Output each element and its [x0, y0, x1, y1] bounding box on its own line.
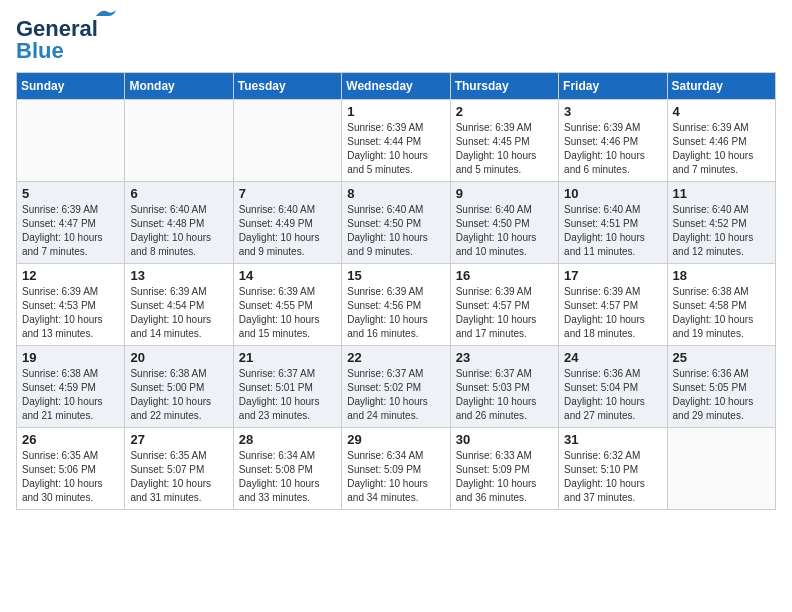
day-info: Sunrise: 6:35 AMSunset: 5:07 PMDaylight:…: [130, 449, 227, 505]
column-header-wednesday: Wednesday: [342, 73, 450, 100]
calendar-cell: 4Sunrise: 6:39 AMSunset: 4:46 PMDaylight…: [667, 100, 775, 182]
calendar-header-row: SundayMondayTuesdayWednesdayThursdayFrid…: [17, 73, 776, 100]
day-info: Sunrise: 6:39 AMSunset: 4:46 PMDaylight:…: [673, 121, 770, 177]
day-number: 24: [564, 350, 661, 365]
day-info: Sunrise: 6:36 AMSunset: 5:04 PMDaylight:…: [564, 367, 661, 423]
logo-bird-icon: [94, 8, 116, 24]
day-info: Sunrise: 6:39 AMSunset: 4:55 PMDaylight:…: [239, 285, 336, 341]
day-info: Sunrise: 6:38 AMSunset: 5:00 PMDaylight:…: [130, 367, 227, 423]
day-number: 15: [347, 268, 444, 283]
day-number: 10: [564, 186, 661, 201]
column-header-monday: Monday: [125, 73, 233, 100]
calendar-cell: 7Sunrise: 6:40 AMSunset: 4:49 PMDaylight…: [233, 182, 341, 264]
day-info: Sunrise: 6:38 AMSunset: 4:59 PMDaylight:…: [22, 367, 119, 423]
day-number: 31: [564, 432, 661, 447]
calendar-cell: 24Sunrise: 6:36 AMSunset: 5:04 PMDayligh…: [559, 346, 667, 428]
day-number: 16: [456, 268, 553, 283]
day-number: 1: [347, 104, 444, 119]
day-number: 22: [347, 350, 444, 365]
page-header: General Blue: [16, 16, 776, 64]
calendar-cell: 30Sunrise: 6:33 AMSunset: 5:09 PMDayligh…: [450, 428, 558, 510]
calendar-cell: 20Sunrise: 6:38 AMSunset: 5:00 PMDayligh…: [125, 346, 233, 428]
day-number: 26: [22, 432, 119, 447]
day-info: Sunrise: 6:34 AMSunset: 5:09 PMDaylight:…: [347, 449, 444, 505]
day-number: 3: [564, 104, 661, 119]
day-info: Sunrise: 6:40 AMSunset: 4:50 PMDaylight:…: [456, 203, 553, 259]
day-info: Sunrise: 6:40 AMSunset: 4:50 PMDaylight:…: [347, 203, 444, 259]
calendar-cell: 5Sunrise: 6:39 AMSunset: 4:47 PMDaylight…: [17, 182, 125, 264]
calendar-table: SundayMondayTuesdayWednesdayThursdayFrid…: [16, 72, 776, 510]
day-info: Sunrise: 6:40 AMSunset: 4:48 PMDaylight:…: [130, 203, 227, 259]
day-info: Sunrise: 6:34 AMSunset: 5:08 PMDaylight:…: [239, 449, 336, 505]
day-number: 4: [673, 104, 770, 119]
day-info: Sunrise: 6:39 AMSunset: 4:45 PMDaylight:…: [456, 121, 553, 177]
column-header-saturday: Saturday: [667, 73, 775, 100]
calendar-cell: 8Sunrise: 6:40 AMSunset: 4:50 PMDaylight…: [342, 182, 450, 264]
day-info: Sunrise: 6:39 AMSunset: 4:57 PMDaylight:…: [456, 285, 553, 341]
day-number: 21: [239, 350, 336, 365]
calendar-week-row: 19Sunrise: 6:38 AMSunset: 4:59 PMDayligh…: [17, 346, 776, 428]
day-info: Sunrise: 6:32 AMSunset: 5:10 PMDaylight:…: [564, 449, 661, 505]
day-number: 28: [239, 432, 336, 447]
day-info: Sunrise: 6:38 AMSunset: 4:58 PMDaylight:…: [673, 285, 770, 341]
day-info: Sunrise: 6:39 AMSunset: 4:57 PMDaylight:…: [564, 285, 661, 341]
column-header-sunday: Sunday: [17, 73, 125, 100]
calendar-cell: 3Sunrise: 6:39 AMSunset: 4:46 PMDaylight…: [559, 100, 667, 182]
calendar-cell: 27Sunrise: 6:35 AMSunset: 5:07 PMDayligh…: [125, 428, 233, 510]
column-header-tuesday: Tuesday: [233, 73, 341, 100]
day-info: Sunrise: 6:36 AMSunset: 5:05 PMDaylight:…: [673, 367, 770, 423]
day-number: 2: [456, 104, 553, 119]
calendar-week-row: 26Sunrise: 6:35 AMSunset: 5:06 PMDayligh…: [17, 428, 776, 510]
calendar-cell: 10Sunrise: 6:40 AMSunset: 4:51 PMDayligh…: [559, 182, 667, 264]
calendar-cell: 18Sunrise: 6:38 AMSunset: 4:58 PMDayligh…: [667, 264, 775, 346]
day-number: 18: [673, 268, 770, 283]
calendar-cell: 19Sunrise: 6:38 AMSunset: 4:59 PMDayligh…: [17, 346, 125, 428]
calendar-cell: [667, 428, 775, 510]
calendar-cell: 16Sunrise: 6:39 AMSunset: 4:57 PMDayligh…: [450, 264, 558, 346]
calendar-cell: [17, 100, 125, 182]
day-info: Sunrise: 6:40 AMSunset: 4:52 PMDaylight:…: [673, 203, 770, 259]
column-header-thursday: Thursday: [450, 73, 558, 100]
day-info: Sunrise: 6:39 AMSunset: 4:53 PMDaylight:…: [22, 285, 119, 341]
day-number: 23: [456, 350, 553, 365]
day-info: Sunrise: 6:37 AMSunset: 5:02 PMDaylight:…: [347, 367, 444, 423]
day-info: Sunrise: 6:39 AMSunset: 4:47 PMDaylight:…: [22, 203, 119, 259]
calendar-cell: 2Sunrise: 6:39 AMSunset: 4:45 PMDaylight…: [450, 100, 558, 182]
day-number: 9: [456, 186, 553, 201]
day-number: 19: [22, 350, 119, 365]
column-header-friday: Friday: [559, 73, 667, 100]
calendar-cell: 29Sunrise: 6:34 AMSunset: 5:09 PMDayligh…: [342, 428, 450, 510]
day-number: 20: [130, 350, 227, 365]
day-number: 17: [564, 268, 661, 283]
logo-general: General: [16, 16, 98, 41]
calendar-cell: 9Sunrise: 6:40 AMSunset: 4:50 PMDaylight…: [450, 182, 558, 264]
logo: General Blue: [16, 16, 98, 64]
calendar-cell: 21Sunrise: 6:37 AMSunset: 5:01 PMDayligh…: [233, 346, 341, 428]
day-number: 6: [130, 186, 227, 201]
calendar-cell: 1Sunrise: 6:39 AMSunset: 4:44 PMDaylight…: [342, 100, 450, 182]
calendar-week-row: 12Sunrise: 6:39 AMSunset: 4:53 PMDayligh…: [17, 264, 776, 346]
day-info: Sunrise: 6:39 AMSunset: 4:46 PMDaylight:…: [564, 121, 661, 177]
calendar-cell: [233, 100, 341, 182]
calendar-cell: 22Sunrise: 6:37 AMSunset: 5:02 PMDayligh…: [342, 346, 450, 428]
day-number: 11: [673, 186, 770, 201]
calendar-cell: 31Sunrise: 6:32 AMSunset: 5:10 PMDayligh…: [559, 428, 667, 510]
calendar-cell: 13Sunrise: 6:39 AMSunset: 4:54 PMDayligh…: [125, 264, 233, 346]
day-number: 7: [239, 186, 336, 201]
calendar-cell: 6Sunrise: 6:40 AMSunset: 4:48 PMDaylight…: [125, 182, 233, 264]
calendar-week-row: 1Sunrise: 6:39 AMSunset: 4:44 PMDaylight…: [17, 100, 776, 182]
calendar-cell: 15Sunrise: 6:39 AMSunset: 4:56 PMDayligh…: [342, 264, 450, 346]
calendar-cell: 23Sunrise: 6:37 AMSunset: 5:03 PMDayligh…: [450, 346, 558, 428]
calendar-cell: 11Sunrise: 6:40 AMSunset: 4:52 PMDayligh…: [667, 182, 775, 264]
day-info: Sunrise: 6:33 AMSunset: 5:09 PMDaylight:…: [456, 449, 553, 505]
day-info: Sunrise: 6:37 AMSunset: 5:01 PMDaylight:…: [239, 367, 336, 423]
day-number: 27: [130, 432, 227, 447]
calendar-cell: 28Sunrise: 6:34 AMSunset: 5:08 PMDayligh…: [233, 428, 341, 510]
calendar-cell: 12Sunrise: 6:39 AMSunset: 4:53 PMDayligh…: [17, 264, 125, 346]
day-number: 30: [456, 432, 553, 447]
day-info: Sunrise: 6:39 AMSunset: 4:54 PMDaylight:…: [130, 285, 227, 341]
calendar-week-row: 5Sunrise: 6:39 AMSunset: 4:47 PMDaylight…: [17, 182, 776, 264]
calendar-cell: 26Sunrise: 6:35 AMSunset: 5:06 PMDayligh…: [17, 428, 125, 510]
calendar-cell: 14Sunrise: 6:39 AMSunset: 4:55 PMDayligh…: [233, 264, 341, 346]
day-number: 29: [347, 432, 444, 447]
